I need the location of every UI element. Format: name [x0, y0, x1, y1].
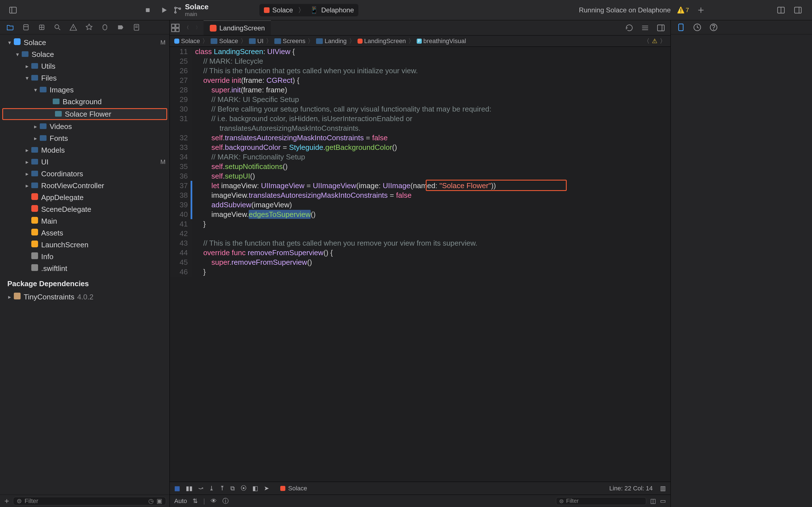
tree-item-appdelegate[interactable]: AppDelegate [0, 191, 169, 203]
scope-icon[interactable]: ▣ [156, 497, 162, 505]
code-line[interactable]: 27 override init(frame: CGRect) { [170, 75, 670, 85]
toggle-right-panel-icon[interactable] [793, 5, 803, 15]
code-line[interactable]: 28 super.init(frame: frame) [170, 85, 670, 95]
code-line[interactable]: 45 super.removeFromSuperview() [170, 258, 670, 267]
crumb-0[interactable]: Solace [181, 38, 200, 45]
tree-item-utils[interactable]: Utils [0, 60, 169, 72]
code-line[interactable]: 43 // This is the function that gets cal… [170, 238, 670, 248]
auto-label[interactable]: Auto [174, 497, 187, 505]
tree-item-models[interactable]: Models [0, 144, 169, 156]
code-line[interactable]: 36 self.setupUI() [170, 171, 670, 181]
updown-icon[interactable]: ⇅ [193, 497, 198, 505]
step-over-icon[interactable]: ⤻ [198, 485, 203, 492]
minimap-toggle-icon[interactable]: ▥ [660, 485, 666, 492]
tree-item-solace-flower[interactable]: Solace Flower [2, 108, 167, 120]
code-line[interactable]: 46 } [170, 267, 670, 277]
stop-button[interactable] [143, 5, 153, 15]
help-inspector-tab[interactable] [709, 22, 719, 33]
code-text[interactable]: override init(frame: CGRect) { [192, 75, 670, 85]
scheme-selector[interactable]: Solace 〉 📱 Delaphone [259, 4, 359, 16]
crumb-2[interactable]: UI [257, 38, 264, 45]
code-line[interactable]: 37 let imageView: UIImageView = UIImageV… [170, 181, 670, 190]
code-text[interactable]: imageView.edgesToSuperview() [192, 210, 670, 219]
code-line[interactable]: translatesAutoresizingMaskIntoConstraint… [170, 123, 670, 133]
debug-toggle-icon[interactable]: ▦ [174, 485, 180, 492]
crumb-5[interactable]: LandingScreen [364, 38, 406, 45]
package-row[interactable]: TinyConstraints 4.0.2 [0, 291, 169, 303]
tree-item-assets[interactable]: Assets [0, 227, 169, 239]
adjust-editor-icon[interactable] [640, 23, 650, 33]
file-tree[interactable]: Solace M SolaceUtilsFilesImagesBackgroun… [0, 34, 169, 495]
code-text[interactable]: // This is the function that gets called… [192, 66, 670, 75]
tree-item-images[interactable]: Images [0, 84, 169, 96]
code-line[interactable]: 31 // i.e. background color, isHidden, i… [170, 114, 670, 123]
chevron-down-icon[interactable] [6, 39, 13, 46]
debug-filter-input[interactable]: ⊜ Filter [556, 497, 646, 505]
code-line[interactable]: 32 self.translatesAutoresizingMaskIntoCo… [170, 133, 670, 143]
project-navigator-tab[interactable] [5, 22, 15, 33]
code-line[interactable]: 29 // MARK: UI Specific Setup [170, 95, 670, 104]
debug-view-hierarchy-icon[interactable]: ⧉ [231, 485, 235, 492]
memory-graph-icon[interactable]: ⦿ [241, 485, 247, 492]
nav-back-icon[interactable]: 〈 [181, 20, 192, 35]
related-items-icon[interactable] [170, 20, 181, 35]
code-text[interactable] [192, 229, 670, 238]
symbol-navigator-tab[interactable] [37, 22, 47, 33]
tree-item-launchscreen[interactable]: LaunchScreen [0, 239, 169, 251]
tab-landing-screen[interactable]: LandingScreen [204, 20, 271, 35]
code-line[interactable]: 41 } [170, 219, 670, 229]
warnings-badge[interactable]: ⚠️ 7 [677, 6, 689, 14]
variables-view-icon[interactable]: ◫ [650, 497, 656, 505]
crumb-1[interactable]: Solace [219, 38, 238, 45]
code-text[interactable]: class LandingScreen: UIView { [192, 47, 670, 56]
code-editor[interactable]: 11class LandingScreen: UIView {25 // MAR… [170, 47, 670, 482]
code-text[interactable]: self.translatesAutoresizingMaskIntoConst… [192, 133, 670, 143]
branch-name[interactable]: main [185, 11, 209, 17]
clock-icon[interactable]: ◷ [148, 497, 154, 505]
tree-item-background[interactable]: Background [0, 96, 169, 108]
code-text[interactable]: super.removeFromSuperview() [192, 258, 670, 267]
report-navigator-tab[interactable] [132, 22, 142, 33]
chevron-right-icon[interactable] [32, 123, 39, 130]
project-name[interactable]: Solace [185, 3, 209, 11]
source-control-tab[interactable] [21, 22, 31, 33]
add-file-icon[interactable] [3, 496, 10, 506]
code-line[interactable]: 34 // MARK: Functionality Setup [170, 152, 670, 162]
warning-icon[interactable]: ⚠ [652, 38, 658, 45]
code-text[interactable]: // This is the function that gets called… [192, 238, 670, 248]
code-text[interactable]: // MARK: UI Specific Setup [192, 95, 670, 104]
code-text[interactable]: self.backgroundColor = Styleguide.getBac… [192, 143, 670, 152]
tree-item-main[interactable]: Main [0, 215, 169, 227]
nav-forward-icon[interactable]: 〉 [192, 20, 204, 35]
step-out-icon[interactable]: ⤒ [220, 485, 225, 492]
code-line[interactable]: 26 // This is the function that gets cal… [170, 66, 670, 75]
code-line[interactable]: 35 self.setupNotifications() [170, 162, 670, 171]
info-icon[interactable]: ⓘ [222, 497, 229, 505]
code-line[interactable]: 11class LandingScreen: UIView { [170, 47, 670, 56]
code-text[interactable]: override func removeFromSuperview() { [192, 248, 670, 258]
code-text[interactable]: // i.e. background color, isHidden, isUs… [192, 114, 670, 123]
debug-navigator-tab[interactable] [100, 22, 110, 33]
chevron-right-icon[interactable] [24, 63, 31, 69]
library-icon[interactable] [776, 5, 786, 15]
step-in-icon[interactable]: ⤓ [209, 485, 214, 492]
tree-item--swiftlint[interactable]: .swiftlint [0, 263, 169, 274]
run-button[interactable] [159, 5, 169, 15]
tree-item-videos[interactable]: Videos [0, 121, 169, 132]
prev-issue-icon[interactable]: 〈 [644, 37, 650, 45]
console-view-icon[interactable]: ▭ [660, 497, 666, 505]
toggle-left-panel-icon[interactable] [8, 5, 18, 15]
chevron-down-icon[interactable] [24, 75, 31, 81]
tree-root[interactable]: Solace M [0, 37, 169, 48]
chevron-right-icon[interactable] [24, 170, 31, 177]
crumb-3[interactable]: Screens [283, 38, 306, 45]
next-issue-icon[interactable]: 〉 [660, 37, 666, 45]
code-text[interactable]: let imageView: UIImageView = UIImageView… [192, 181, 670, 190]
code-text[interactable]: } [192, 267, 670, 277]
tree-item-ui[interactable]: UIM [0, 156, 169, 168]
chevron-down-icon[interactable] [14, 51, 21, 58]
code-text[interactable]: super.init(frame: frame) [192, 85, 670, 95]
code-text[interactable]: self.setupNotifications() [192, 162, 670, 171]
find-navigator-tab[interactable] [52, 22, 63, 33]
add-editor-icon[interactable] [656, 23, 666, 33]
